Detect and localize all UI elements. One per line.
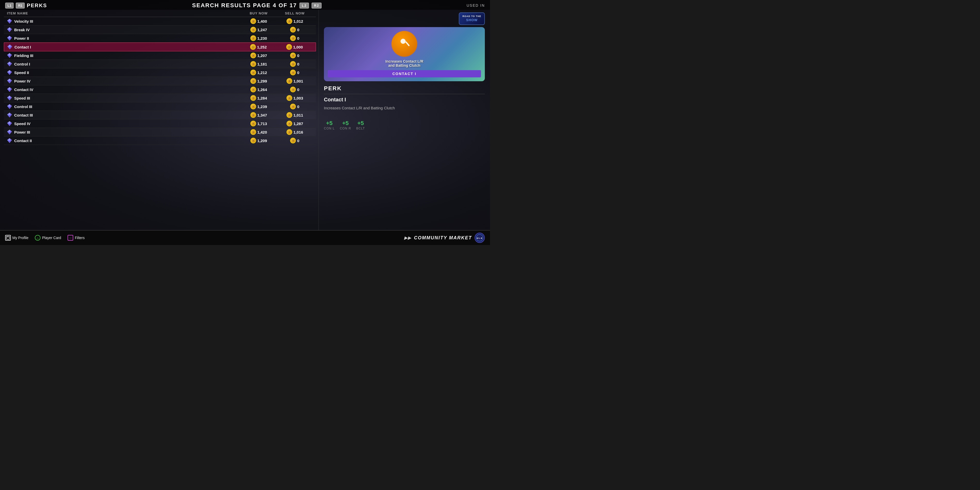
- table-row[interactable]: Speed III S 1,284 S 1,003: [4, 94, 316, 102]
- item-name-text: Contact IV: [14, 88, 33, 92]
- buy-price-value: 1,209: [258, 138, 267, 143]
- table-row[interactable]: Speed II S 1,212 S 0: [4, 68, 316, 77]
- svg-rect-32: [6, 236, 10, 239]
- stat-value: +5: [342, 120, 349, 127]
- item-name-text: Fielding III: [14, 53, 33, 58]
- item-name: Contact IV: [7, 87, 240, 92]
- buy-price: S 1,209: [240, 138, 277, 143]
- filters-nav[interactable]: □ Filters: [68, 235, 84, 240]
- card-description: Increases Contact L/Rand Batting Clutch: [385, 59, 423, 68]
- buy-price: S 1,420: [240, 129, 277, 135]
- item-name-text: Contact III: [14, 113, 33, 117]
- buy-price-value: 1,207: [258, 53, 267, 58]
- item-name: Contact III: [7, 113, 240, 118]
- item-name: Fielding III: [7, 53, 240, 58]
- item-name: Control I: [7, 61, 240, 67]
- stubs-icon-sell: S: [290, 87, 296, 92]
- sell-price-value: 0: [297, 70, 299, 75]
- stat-value: +5: [326, 120, 332, 127]
- table-row[interactable]: Contact I S 1,252 S 1,000: [4, 43, 316, 51]
- buy-price: S 1,713: [240, 121, 277, 126]
- table-row[interactable]: Control III S 1,239 S 0: [4, 102, 316, 111]
- stubs-icon-sell: S: [290, 104, 296, 109]
- item-name: Contact I: [7, 45, 240, 49]
- my-profile-nav[interactable]: My Profile: [5, 235, 29, 240]
- perk-description: Increases Contact L/R and Batting Clutch: [324, 105, 485, 111]
- table-row[interactable]: Fielding III S 1,207 S 0: [4, 51, 316, 60]
- col-sell-now: SELL NOW: [277, 11, 313, 15]
- buy-price: S 1,212: [240, 70, 277, 75]
- stubs-icon-buy: S: [250, 70, 256, 75]
- community-market-label: COMMUNITY MARKET: [414, 235, 472, 240]
- table-row[interactable]: Break IV S 1,247 S 0: [4, 25, 316, 34]
- sell-price: S 0: [277, 138, 313, 143]
- table-row[interactable]: Power III S 1,420 S 1,016: [4, 128, 316, 137]
- buy-price-value: 1,212: [258, 70, 267, 75]
- stubs-icon-sell: S: [290, 27, 296, 32]
- r2-button[interactable]: R2: [312, 3, 321, 8]
- sell-price: S 0: [277, 87, 313, 92]
- item-name-text: Power IV: [14, 79, 30, 83]
- item-name-text: Speed II: [14, 70, 29, 75]
- stubs-icon-buy: S: [250, 35, 256, 41]
- road-to-show-badge: ROAD TO THE SHOW: [459, 13, 485, 25]
- item-name-text: Speed III: [14, 96, 30, 100]
- bottom-bar: My Profile △ Player Card □ Filters ▶▶ CO…: [0, 230, 490, 245]
- table-section: ITEM NAME BUY NOW SELL NOW Velocity III: [0, 10, 318, 230]
- table-row[interactable]: Contact IV S 1,264 S 0: [4, 85, 316, 94]
- stubs-icon-buy: S: [250, 27, 256, 32]
- player-card-nav[interactable]: △ Player Card: [35, 235, 61, 240]
- stats-row: +5 CON L +5 CON R +5 BCLT: [324, 120, 485, 130]
- stubs-icon-buy: S: [250, 138, 256, 143]
- sell-price-value: 0: [297, 36, 299, 40]
- perk-name: Contact I: [324, 97, 485, 103]
- card-image: [391, 31, 417, 57]
- sell-price: S 0: [277, 104, 313, 109]
- l2-button[interactable]: L2: [299, 3, 309, 8]
- table-row[interactable]: Contact III S 1,347 S 1,011: [4, 111, 316, 119]
- table-row[interactable]: Control I S 1,181 S 0: [4, 60, 316, 68]
- stubs-icon-buy: S: [250, 104, 256, 109]
- card-preview: Increases Contact L/Rand Batting Clutch …: [324, 27, 485, 81]
- sell-price-value: 1,000: [293, 45, 303, 49]
- item-name: Speed IV: [7, 121, 240, 126]
- my-profile-label: My Profile: [13, 236, 29, 240]
- table-row[interactable]: Velocity III S 1,400 S 1,012: [4, 17, 316, 25]
- table-row[interactable]: Power IV S 1,299 S 1,001: [4, 77, 316, 85]
- svg-rect-31: [405, 41, 410, 46]
- col-item-name: ITEM NAME: [7, 11, 240, 15]
- buy-price: S 1,181: [240, 61, 277, 67]
- sell-price: S 1,012: [277, 18, 313, 24]
- sell-price: S 0: [277, 35, 313, 41]
- stubs-icon-buy: S: [250, 129, 256, 135]
- stubs-icon-sell: S: [286, 78, 292, 84]
- buy-price-value: 1,264: [258, 88, 267, 92]
- table-row[interactable]: Contact II S 1,209 S 0: [4, 137, 316, 145]
- used-in-label: USED IN: [466, 3, 485, 8]
- item-name-text: Power III: [14, 130, 30, 134]
- buy-price-value: 1,247: [258, 28, 267, 32]
- stubs-icon-sell: S: [286, 95, 292, 101]
- item-name: Control III: [7, 104, 240, 109]
- stubs-icon-sell: S: [290, 138, 296, 143]
- filters-label: Filters: [75, 236, 84, 240]
- table-row[interactable]: Power II S 1,230 S 0: [4, 34, 316, 43]
- r1-button[interactable]: R1: [16, 3, 25, 8]
- l1-button[interactable]: L1: [5, 3, 14, 8]
- stubs-icon-buy: S: [250, 44, 256, 50]
- item-name-text: Control III: [14, 105, 32, 109]
- item-name: Power IV: [7, 78, 240, 84]
- stubs-icon-buy: S: [250, 121, 256, 126]
- stubs-icon-sell: S: [286, 18, 292, 24]
- sell-price-value: 0: [297, 105, 299, 109]
- table-row[interactable]: Speed IV S 1,713 S 1,287: [4, 119, 316, 128]
- stubs-icon-sell: S: [286, 121, 292, 126]
- buy-price-value: 1,400: [258, 19, 267, 24]
- sell-price-value: 0: [297, 138, 299, 143]
- stubs-icon-buy: S: [250, 95, 256, 101]
- header: L1 R1 PERKS SEARCH RESULTS PAGE 4 OF 17 …: [0, 0, 490, 10]
- buy-price: S 1,284: [240, 95, 277, 101]
- square-icon: □: [68, 235, 73, 240]
- buy-price-value: 1,181: [258, 62, 267, 66]
- content-area: ITEM NAME BUY NOW SELL NOW Velocity III: [0, 10, 490, 230]
